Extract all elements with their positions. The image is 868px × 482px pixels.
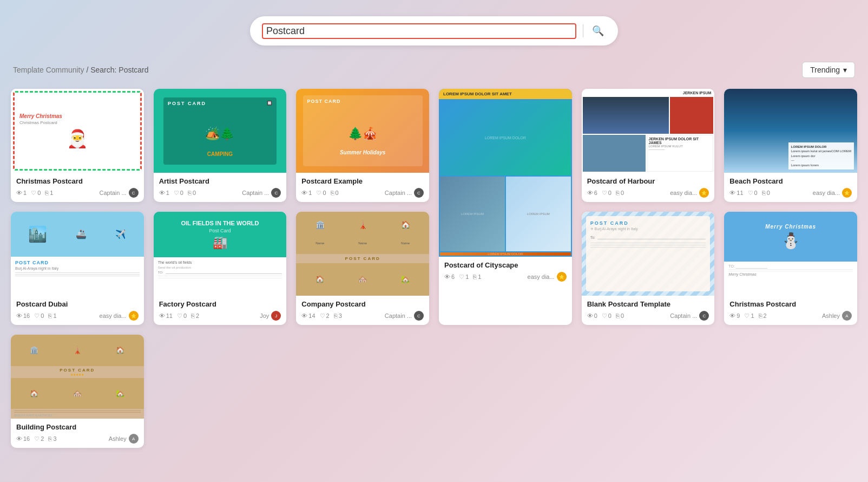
- likes-stat: ♡ 0: [316, 190, 326, 197]
- card-info-building: Building Postcard 👁 16 ♡ 2 ⎘ 3 Ashley A: [11, 419, 144, 448]
- factory-world-text: The world's oil fields: [158, 260, 282, 264]
- building-line2: [14, 412, 141, 413]
- factory-line: [158, 276, 282, 276]
- card-info-dubai: Postcard Dubai 👁 16 ♡ 0 ⎘ 1 easy dia... …: [11, 296, 144, 325]
- avatar: J: [271, 311, 281, 321]
- card-blank-postcard[interactable]: POST CARD ✈ Burj Al-Araya night in Italy…: [582, 212, 715, 325]
- card-dubai[interactable]: 🏙️ 🚢 ✈️ POST CARD Burj Al-Araya night in…: [11, 212, 144, 325]
- santa-icon: 🎅: [67, 128, 88, 149]
- dubai-tagline: Burj Al-Araya night in Italy: [15, 266, 140, 270]
- harbour-img-main: [583, 97, 669, 134]
- likes-count: 2: [326, 312, 330, 319]
- card-title-company: Company Postcard: [301, 300, 424, 308]
- postcard-ex-inner: POST CARD 🌲🎪 Summer Holidays: [303, 95, 423, 167]
- avatar: A: [129, 434, 139, 444]
- heart-icon: ♡: [602, 312, 607, 320]
- search-bar-wrapper: 🔍: [11, 11, 857, 45]
- bldg2-icon: 🗼: [73, 346, 82, 354]
- dubai-skyline: 🏙️ 🚢 ✈️: [11, 212, 144, 257]
- eye-icon: 👁: [729, 190, 735, 196]
- likes-count: 0: [37, 190, 41, 196]
- avatar: C: [129, 188, 139, 198]
- copy-icon: ⎘: [759, 312, 762, 319]
- card-title-blank: Blank Postcard Template: [587, 300, 709, 308]
- postcard-ex-label: POST CARD: [307, 99, 341, 104]
- company-top-grid: 🏛️ 🗼 🏠 Name Name Name: [296, 212, 429, 254]
- card-preview-beach: LOREM IPSUM DOLOR Lorem ipsum kulut sit …: [724, 89, 857, 173]
- heart-icon: ♡: [748, 190, 753, 197]
- plane-icon: ✈️: [115, 229, 126, 239]
- card-info-harbour: Postcard of Harbour 👁 6 ♡ 0 ⎘ 0 easy dia…: [582, 173, 715, 202]
- breadcrumb: Template Community / Search: Postcard: [13, 66, 149, 74]
- card-cityscape[interactable]: LOREM IPSUM DOLOR SIT AMET LOREM IPSUM D…: [439, 89, 572, 325]
- cityscape-img-top: LOREM IPSUM DOLOR: [440, 100, 571, 175]
- card-christmas-postcard[interactable]: Merry Christmas Christmas Postcard 🎅 Chr…: [11, 89, 144, 202]
- boat-icon: 🚢: [76, 229, 87, 239]
- likes-count: 0: [608, 312, 611, 319]
- house2-icon: 🏘️: [358, 275, 367, 283]
- avatar: ⭐: [699, 188, 709, 198]
- copy-icon: ⎘: [191, 312, 195, 319]
- breadcrumb-separator: /: [86, 66, 90, 74]
- eye-icon: 👁: [16, 435, 22, 442]
- author-name: easy dia...: [813, 190, 840, 196]
- card-company[interactable]: 🏛️ 🗼 🏠 Name Name Name POST CARD 🏠 🏘️ 🏡 C…: [296, 212, 429, 325]
- likes-count: 0: [323, 190, 326, 196]
- card-building[interactable]: 🏛️ 🗼 🏠 POST CARD ★★★★★ 🏠 🏘️ 🏡 BRIEFKAART…: [11, 335, 144, 448]
- copy-icon: ⎘: [45, 190, 49, 196]
- avatar: C: [271, 188, 281, 198]
- views-stat: 👁 1: [159, 190, 169, 196]
- likes-count: 0: [608, 190, 611, 196]
- card-factory[interactable]: OIL FIELDS IN THE WORLD Post Card 🏭 The …: [154, 212, 287, 325]
- card-harbour[interactable]: JERKEN IPSUM JERKEN IPSUM DOLOR SIT JAME…: [582, 89, 715, 202]
- card-meta-cityscape: 👁 6 ♡ 1 ⎘ 1 easy dia... ⭐: [444, 272, 567, 282]
- card-info-cityscape: Postcard of Cityscape 👁 6 ♡ 1 ⎘ 1 easy d…: [439, 257, 572, 286]
- heart-icon: ♡: [31, 190, 36, 197]
- card-title-artist: Artist Postcard: [159, 177, 281, 185]
- card-preview-harbour: JERKEN IPSUM JERKEN IPSUM DOLOR SIT JAME…: [582, 89, 715, 173]
- cityscape-img-right: LOREM IPSUM: [506, 177, 571, 252]
- chevron-down-icon: ▾: [843, 66, 847, 74]
- likes-count: 0: [180, 190, 183, 196]
- views-stat: 👁 16: [16, 312, 30, 319]
- views-count: 11: [166, 312, 173, 319]
- card-meta-beach: 👁 11 ♡ 0 ⎘ 0 easy dia... ⭐: [729, 188, 852, 198]
- xmas2-merry: Merry Christmas: [728, 272, 853, 276]
- card-christmas2[interactable]: Merry Christmas ⛄ TO: _______________ Me…: [724, 212, 857, 325]
- card-postcard-example[interactable]: POST CARD 🌲🎪 Summer Holidays Postcard Ex…: [296, 89, 429, 202]
- copies-stat: ⎘ 2: [759, 312, 767, 319]
- views-count: 16: [23, 435, 30, 442]
- sort-button[interactable]: Trending ▾: [802, 62, 855, 78]
- author: easy dia... ⭐: [528, 272, 567, 282]
- avatar: ⭐: [129, 311, 139, 321]
- author-name: easy dia...: [528, 273, 555, 280]
- author-name: Captain ...: [100, 190, 127, 196]
- company-label1: Name: [315, 242, 324, 245]
- author: Ashley A: [822, 311, 852, 321]
- card-artist-postcard[interactable]: POST CARD 🔲 🏕️🌲 CAMPING Artist Postcard …: [154, 89, 287, 202]
- factory-icon: 🏭: [213, 236, 227, 250]
- cityscape-img-left: LOREM IPSUM: [440, 177, 505, 252]
- card-title-christmas: Christmas Postcard: [16, 177, 139, 185]
- card-beach[interactable]: LOREM IPSUM DOLOR Lorem ipsum kulut sit …: [724, 89, 857, 202]
- card-title-example: Postcard Example: [301, 177, 424, 185]
- search-button[interactable]: 🔍: [590, 23, 606, 39]
- dubai-label: POST CARD: [15, 260, 140, 265]
- card-title-cityscape: Postcard of Cityscape: [444, 261, 567, 269]
- breadcrumb-community[interactable]: Template Community: [13, 66, 84, 74]
- card-title-harbour: Postcard of Harbour: [587, 177, 709, 185]
- card-meta-example: 👁 1 ♡ 0 ⎘ 0 Captain ... C: [301, 188, 424, 198]
- card-preview-company: 🏛️ 🗼 🏠 Name Name Name POST CARD 🏠 🏘️ 🏡: [296, 212, 429, 296]
- eye-icon: 👁: [587, 312, 593, 319]
- search-input[interactable]: [262, 23, 576, 39]
- search-bar: 🔍: [250, 16, 618, 45]
- card-preview-dubai: 🏙️ 🚢 ✈️ POST CARD Burj Al-Araya night in…: [11, 212, 144, 296]
- likes-stat: ♡ 1: [459, 273, 469, 281]
- author: Captain ... C: [100, 188, 139, 198]
- card-meta-building: 👁 16 ♡ 2 ⎘ 3 Ashley A: [16, 434, 139, 444]
- factory-to-line: TO:: [158, 271, 282, 274]
- copy-icon: ⎘: [616, 312, 620, 319]
- card-preview-blank: POST CARD ✈ Burj Al-Araya night in Italy…: [582, 212, 715, 296]
- search-divider: [583, 24, 583, 37]
- views-stat: 👁 9: [729, 312, 740, 319]
